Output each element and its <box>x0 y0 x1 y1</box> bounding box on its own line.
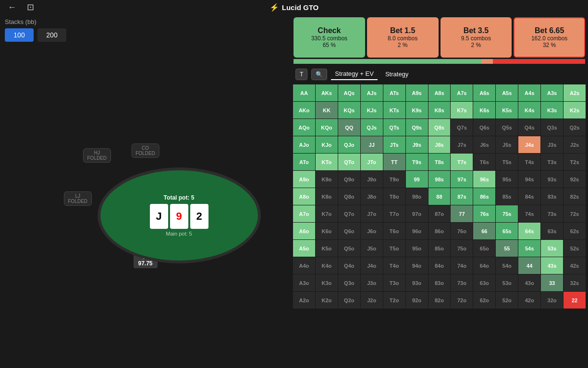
range-cell[interactable]: 22 <box>564 292 586 309</box>
range-cell[interactable]: T7s <box>451 154 473 171</box>
range-cell[interactable]: T7o <box>383 205 405 223</box>
range-cell[interactable]: T5s <box>496 154 518 171</box>
range-cell[interactable]: 72s <box>564 205 586 223</box>
range-cell[interactable]: 82o <box>428 292 451 309</box>
range-cell[interactable]: 54o <box>496 257 518 274</box>
tab-strategy[interactable]: Strategy <box>381 69 412 80</box>
range-cell[interactable]: T6s <box>473 154 496 171</box>
range-cell[interactable]: 94o <box>405 257 428 274</box>
range-cell[interactable]: J6s <box>473 136 496 154</box>
range-cell[interactable]: K2o <box>315 292 338 309</box>
range-cell[interactable]: JTo <box>360 154 383 171</box>
range-cell[interactable]: KJo <box>315 136 338 154</box>
range-cell[interactable]: 54s <box>518 240 541 257</box>
range-cell[interactable]: ATs <box>383 84 405 102</box>
range-cell[interactable]: AJo <box>293 136 316 154</box>
range-cell[interactable]: J2o <box>360 292 383 309</box>
range-cell[interactable]: 93o <box>405 274 428 292</box>
range-cell[interactable]: 87o <box>428 205 451 223</box>
range-cell[interactable]: 84s <box>518 188 541 205</box>
range-cell[interactable]: 32s <box>564 274 586 292</box>
range-cell[interactable]: 92o <box>405 292 428 309</box>
search-button[interactable]: 🔍 <box>311 69 327 80</box>
action-bet35[interactable]: Bet 3.5 9.5 combos 2 % <box>441 17 512 58</box>
range-cell[interactable]: T8s <box>428 154 451 171</box>
range-cell[interactable]: 53s <box>541 240 564 257</box>
range-cell[interactable]: QJo <box>338 136 360 154</box>
range-cell[interactable]: K8s <box>428 102 451 119</box>
range-cell[interactable]: T2o <box>383 292 405 309</box>
range-cell[interactable]: Q9s <box>405 119 428 136</box>
range-cell[interactable]: 65o <box>473 240 496 257</box>
range-cell[interactable]: T4o <box>383 257 405 274</box>
range-cell[interactable]: A6s <box>473 84 496 102</box>
range-cell[interactable]: A7s <box>451 84 473 102</box>
range-cell[interactable]: J8o <box>360 188 383 205</box>
range-cell[interactable]: A7o <box>293 205 316 223</box>
range-cell[interactable]: J7o <box>360 205 383 223</box>
range-cell[interactable]: 76s <box>473 205 496 223</box>
range-cell[interactable]: A4o <box>293 257 316 274</box>
range-cell[interactable]: J5s <box>496 136 518 154</box>
range-cell[interactable]: Q4o <box>338 257 360 274</box>
t-button[interactable]: T <box>295 69 307 80</box>
action-bet665[interactable]: Bet 6.65 162.0 combos 32 % <box>514 17 585 58</box>
range-cell[interactable]: J9o <box>360 171 383 188</box>
range-cell[interactable]: 62o <box>473 292 496 309</box>
range-cell[interactable]: 84o <box>428 257 451 274</box>
range-cell[interactable]: A3s <box>541 84 564 102</box>
range-cell[interactable]: Q5o <box>338 240 360 257</box>
range-cell[interactable]: T8o <box>383 188 405 205</box>
range-cell[interactable]: Q2o <box>338 292 360 309</box>
back-button[interactable]: ← <box>5 1 19 13</box>
range-cell[interactable]: K6s <box>473 102 496 119</box>
range-cell[interactable]: KJs <box>360 102 383 119</box>
range-cell[interactable]: K3o <box>315 274 338 292</box>
range-cell[interactable]: K7s <box>451 102 473 119</box>
range-cell[interactable]: Q5s <box>496 119 518 136</box>
range-cell[interactable]: K8o <box>315 188 338 205</box>
range-cell[interactable]: 88 <box>428 188 451 205</box>
action-check[interactable]: Check 330.5 combos 65 % <box>294 17 365 58</box>
range-cell[interactable]: 85o <box>428 240 451 257</box>
range-cell[interactable]: 66 <box>473 223 496 240</box>
range-cell[interactable]: 63o <box>473 274 496 292</box>
range-cell[interactable]: 43s <box>541 257 564 274</box>
range-cell[interactable]: A9o <box>293 171 316 188</box>
range-cell[interactable]: A5s <box>496 84 518 102</box>
range-cell[interactable]: J3o <box>360 274 383 292</box>
range-cell[interactable]: AKo <box>293 102 316 119</box>
range-cell[interactable]: 99 <box>405 171 428 188</box>
range-cell[interactable]: 44 <box>518 257 541 274</box>
range-cell[interactable]: J2s <box>564 136 586 154</box>
stack-input-1[interactable] <box>5 28 34 42</box>
range-cell[interactable]: AQo <box>293 119 316 136</box>
range-cell[interactable]: Q3s <box>541 119 564 136</box>
range-cell[interactable]: AKs <box>315 84 338 102</box>
range-cell[interactable]: 83o <box>428 274 451 292</box>
range-cell[interactable]: QJs <box>360 119 383 136</box>
range-cell[interactable]: 72o <box>451 292 473 309</box>
range-cell[interactable]: T6o <box>383 223 405 240</box>
range-cell[interactable]: A4s <box>518 84 541 102</box>
range-cell[interactable]: Q8s <box>428 119 451 136</box>
range-cell[interactable]: Q4s <box>518 119 541 136</box>
range-cell[interactable]: KQo <box>315 119 338 136</box>
range-cell[interactable]: AQs <box>338 84 360 102</box>
range-cell[interactable]: K7o <box>315 205 338 223</box>
range-cell[interactable]: J8s <box>428 136 451 154</box>
range-cell[interactable]: QQ <box>338 119 360 136</box>
range-cell[interactable]: K9o <box>315 171 338 188</box>
range-cell[interactable]: T3s <box>541 154 564 171</box>
range-cell[interactable]: K9s <box>405 102 428 119</box>
range-cell[interactable]: J4o <box>360 257 383 274</box>
range-cell[interactable]: 75s <box>496 205 518 223</box>
range-cell[interactable]: 33 <box>541 274 564 292</box>
range-cell[interactable]: 87s <box>451 188 473 205</box>
range-cell[interactable]: 97o <box>405 205 428 223</box>
range-cell[interactable]: 64o <box>473 257 496 274</box>
range-cell[interactable]: T5o <box>383 240 405 257</box>
range-cell[interactable]: 96s <box>473 171 496 188</box>
range-cell[interactable]: J3s <box>541 136 564 154</box>
range-cell[interactable]: 73s <box>541 205 564 223</box>
